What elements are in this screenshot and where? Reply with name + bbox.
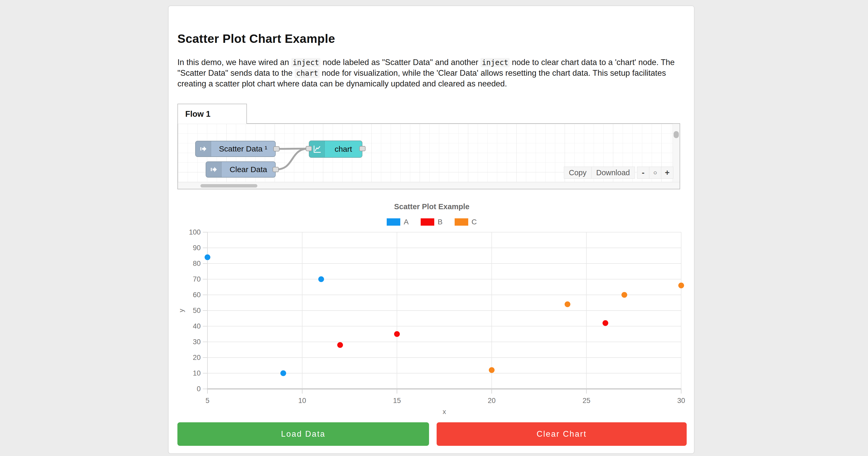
legend-swatch xyxy=(387,218,400,226)
svg-text:10: 10 xyxy=(299,397,306,404)
load-data-button[interactable]: Load Data xyxy=(178,422,429,446)
svg-text:25: 25 xyxy=(582,397,590,404)
svg-text:60: 60 xyxy=(193,291,201,299)
svg-text:30: 30 xyxy=(677,397,685,404)
intro-paragraph: In this demo, we have wired an inject no… xyxy=(178,57,677,89)
node-clear-data-label: Clear Data xyxy=(222,162,275,177)
vertical-scrollbar-thumb[interactable] xyxy=(674,131,679,138)
node-scatter-data[interactable]: Scatter Data ¹ xyxy=(195,141,276,157)
svg-text:10: 10 xyxy=(193,369,201,377)
legend-label: A xyxy=(404,218,409,226)
flow-canvas[interactable]: Scatter Data ¹ Clear Data chart Copy xyxy=(178,123,680,189)
svg-text:15: 15 xyxy=(393,397,401,404)
svg-text:20: 20 xyxy=(488,397,496,404)
page-title: Scatter Plot Chart Example xyxy=(178,32,335,46)
chart-legend: ABC xyxy=(178,218,686,226)
node-scatter-data-label: Scatter Data ¹ xyxy=(211,141,275,157)
svg-text:0: 0 xyxy=(197,385,201,393)
svg-text:100: 100 xyxy=(189,228,201,236)
inline-code: inject xyxy=(480,58,509,67)
tab-flow-1[interactable]: Flow 1 xyxy=(178,104,247,124)
legend-label: B xyxy=(438,218,443,226)
zoom-in-button[interactable]: + xyxy=(661,167,673,178)
zoom-out-button[interactable]: - xyxy=(637,167,649,178)
copy-button[interactable]: Copy xyxy=(564,167,592,178)
zoom-reset-button[interactable]: ○ xyxy=(649,167,661,178)
node-clear-data[interactable]: Clear Data xyxy=(206,161,276,177)
legend-label: C xyxy=(472,218,477,226)
legend-item: B xyxy=(421,218,443,226)
svg-text:y: y xyxy=(178,309,185,312)
inline-code: chart xyxy=(295,69,319,78)
svg-text:20: 20 xyxy=(193,354,201,361)
node-chart-label: chart xyxy=(325,141,362,157)
legend-item: A xyxy=(387,218,409,226)
svg-text:x: x xyxy=(443,408,446,416)
svg-text:40: 40 xyxy=(193,322,201,330)
node-chart[interactable]: chart xyxy=(309,140,363,158)
svg-text:70: 70 xyxy=(193,275,201,283)
horizontal-scrollbar-thumb[interactable] xyxy=(200,184,257,188)
tab-flow-1-label: Flow 1 xyxy=(185,109,210,119)
scatter-data-output-port[interactable] xyxy=(273,146,280,152)
legend-item: C xyxy=(455,218,477,226)
intro-text: In this demo, we have wired an xyxy=(178,58,291,67)
flow-toolbar: Copy Download xyxy=(564,167,635,178)
svg-text:90: 90 xyxy=(193,244,201,252)
page-background: { "intro": { "title": "Scatter Plot Char… xyxy=(0,0,868,456)
content-card: Scatter Plot Chart Example In this demo,… xyxy=(168,5,694,454)
clear-data-output-port[interactable] xyxy=(273,167,279,172)
clear-chart-button[interactable]: Clear Chart xyxy=(437,422,687,446)
chart-input-port[interactable] xyxy=(306,146,312,151)
svg-text:80: 80 xyxy=(193,260,201,267)
download-button[interactable]: Download xyxy=(591,167,635,178)
svg-text:30: 30 xyxy=(193,338,201,346)
intro-text: node labeled as "Scatter Data" and anoth… xyxy=(320,58,480,67)
inject-icon xyxy=(206,162,222,177)
chart-title: Scatter Plot Example xyxy=(178,202,686,211)
legend-swatch xyxy=(421,218,434,226)
svg-text:50: 50 xyxy=(193,306,201,315)
svg-text:5: 5 xyxy=(205,397,209,404)
inline-code: inject xyxy=(291,58,320,67)
zoom-controls: - ○ + xyxy=(637,167,673,178)
inject-icon xyxy=(196,141,211,157)
chart-output-port[interactable] xyxy=(359,146,366,151)
legend-swatch xyxy=(455,218,468,226)
